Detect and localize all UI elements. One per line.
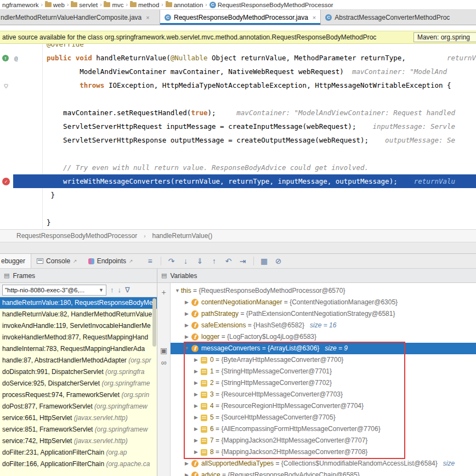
evaluate-expression-icon[interactable]: ▦ (257, 257, 271, 265)
breadcrumb-item[interactable]: method (130, 2, 159, 8)
chevron-down-icon[interactable]: ▼ (174, 285, 181, 297)
chevron-right-icon[interactable]: ▶ (192, 400, 200, 412)
editor-tab[interactable]: ndlerMethodReturnValueHandlerComposite.j… (0, 10, 160, 25)
frames-list[interactable]: handleReturnValue:180, RequestResponseBo… (0, 297, 157, 476)
variable-row[interactable]: ▶fpathStrategy = {PathExtensionContentNe… (171, 308, 476, 320)
frames-scrollbar[interactable] (152, 298, 156, 347)
duplicate-icon[interactable]: ▣ (158, 344, 170, 356)
code-line[interactable] (0, 92, 476, 106)
frame-row[interactable]: doPost:877, FrameworkServlet (org.spring… (0, 401, 157, 412)
frame-row[interactable]: handle:87, AbstractHandlerMethodAdapter … (0, 355, 157, 366)
variables-panel[interactable]: ▼this = {RequestResponseBodyMethodProces… (171, 283, 476, 476)
chevron-right-icon[interactable]: ▶ (192, 412, 200, 423)
frame-row[interactable]: doDispatch:991, DispatcherServlet (org.s… (0, 366, 157, 378)
code-line[interactable]: ServletServerHttpRequest inputMessage = … (0, 120, 476, 133)
step-out-icon[interactable]: ↑ (207, 257, 222, 265)
code-line[interactable]: ModelAndViewContainer mavContainer, Nati… (0, 65, 476, 78)
variable-row[interactable]: ▶2 = {StringHttpMessageConverter@7702} (171, 377, 476, 389)
code-editor[interactable]: ative source available for the class org… (0, 25, 476, 229)
evaluate-watch-icon[interactable]: ∞ (158, 356, 170, 369)
frame-row[interactable]: service:742, HttpServlet (javax.servlet.… (0, 435, 157, 447)
breadcrumb-item[interactable]: ngframework (2, 2, 38, 8)
debug-tab-ebugger[interactable]: ebugger (0, 254, 31, 268)
code-line[interactable]: ServletServerHttpResponse outputMessage … (0, 133, 476, 147)
code-line[interactable]: // Try even with null return value. Resp… (0, 161, 476, 174)
chevron-right-icon[interactable]: ▶ (192, 389, 200, 400)
debug-tab-endpoints[interactable]: Endpoints↗ (83, 254, 139, 268)
code-line[interactable]: ▼ throws IOException, HttpMediaTypeNotAc… (0, 78, 476, 92)
code-line[interactable]: mavContainer.setRequestHandled(true); ma… (0, 106, 476, 120)
variable-row[interactable]: ▶fcontentNegotiationManager = {ContentNe… (171, 297, 476, 308)
breadcrumb-item[interactable]: annotation (166, 2, 203, 8)
variable-row[interactable]: ▶0 = {ByteArrayHttpMessageConverter@7700… (171, 354, 476, 366)
frame-row[interactable]: processRequest:974, FrameworkServlet (or… (0, 389, 157, 401)
chevron-right-icon[interactable]: ▶ (192, 435, 200, 446)
code-line[interactable]: } (0, 216, 476, 229)
frame-row[interactable]: doFilter:166, ApplicationFilterChain (or… (0, 458, 157, 470)
close-icon[interactable]: × (146, 14, 149, 21)
code-line[interactable] (0, 147, 476, 161)
filter-frames-icon[interactable]: ∇ (125, 286, 130, 294)
code-line[interactable]: ✓ writeWithMessageConverters(returnValue… (0, 174, 476, 188)
debug-tab-console[interactable]: Console↗ (31, 254, 83, 268)
variable-row[interactable]: ▶3 = {ResourceHttpMessageConverter@7703} (171, 389, 476, 400)
frame-row[interactable]: doFilter:231, ApplicationFilterChain (or… (0, 447, 157, 458)
frame-row[interactable]: handleReturnValue:82, HandlerMethodRetur… (0, 309, 157, 320)
variable-row[interactable]: ▶flogger = {LogFactory$Log4jLog@6583} (171, 331, 476, 343)
variable-row[interactable]: ▶8 = {MappingJackson2HttpMessageConverte… (171, 446, 476, 458)
chevron-right-icon[interactable]: ▶ (183, 320, 190, 331)
step-over-icon[interactable]: ↷ (165, 257, 179, 265)
editor-tab[interactable]: CRequestResponseBodyMethodProcessor.java… (160, 10, 321, 25)
breadcrumb-method[interactable]: handleReturnValue() (152, 232, 212, 240)
code-line[interactable]: } (0, 188, 476, 202)
breadcrumb-class[interactable]: RequestResponseBodyMethodProcessor (16, 232, 137, 240)
variable-row[interactable]: ▶fadvice = {RequestResponseBodyAdviceCha… (171, 469, 476, 476)
chevron-right-icon[interactable]: ▶ (192, 377, 200, 389)
thread-selector[interactable]: "http-nio-8080-exec-3"@6,... ▼ (2, 285, 106, 296)
chevron-right-icon[interactable]: ▶ (192, 446, 200, 458)
chevron-right-icon[interactable]: ▶ (183, 331, 190, 343)
step-into-icon[interactable]: ↓ (179, 257, 193, 265)
frame-row[interactable]: invokeHandlerMethod:877, RequestMappingH… (0, 332, 157, 343)
breadcrumb-item[interactable]: mvc (104, 2, 123, 8)
frame-row[interactable]: service:851, FrameworkServlet (org.sprin… (0, 424, 157, 435)
code-line[interactable] (0, 202, 476, 216)
next-frame-icon[interactable]: ↓ (118, 286, 122, 294)
frame-row[interactable]: service:661, HttpServlet (javax.servlet.… (0, 412, 157, 424)
previous-frame-icon[interactable]: ↑ (110, 286, 114, 294)
close-icon[interactable]: × (313, 14, 316, 21)
chevron-right-icon[interactable]: ▶ (183, 297, 190, 308)
editor-tab[interactable]: CAbstractMessageConverterMethodProc (321, 10, 476, 25)
variable-row[interactable]: ▼fmessageConverters = {ArrayList@6306}si… (171, 343, 476, 354)
chevron-right-icon[interactable]: ▶ (183, 458, 190, 469)
variable-row[interactable]: ▼this = {RequestResponseBodyMethodProces… (171, 285, 476, 297)
frame-row[interactable]: handleInternal:783, RequestMappingHandle… (0, 343, 157, 355)
variable-row[interactable]: ▶7 = {MappingJackson2HttpMessageConverte… (171, 435, 476, 446)
variable-row[interactable]: ▶fsafeExtensions = {HashSet@6582}size = … (171, 320, 476, 331)
variable-row[interactable]: ▶5 = {SourceHttpMessageConverter@7705} (171, 412, 476, 423)
breadcrumb-item[interactable]: servlet (71, 2, 98, 8)
force-step-into-icon[interactable]: ⇓ (193, 257, 207, 265)
variable-row[interactable]: ▶1 = {StringHttpMessageConverter@7701} (171, 366, 476, 377)
frame-row[interactable]: handleReturnValue:180, RequestResponseBo… (0, 297, 157, 309)
chevron-right-icon[interactable]: ▶ (183, 469, 190, 476)
variable-row[interactable]: ▶6 = {AllEncompassingFormHttpMessageConv… (171, 423, 476, 435)
breadcrumb-item[interactable]: CRequestResponseBodyMethodProcessor (209, 2, 333, 8)
maven-source-selector[interactable]: Maven: org.spring (413, 32, 476, 42)
restore-layout-icon[interactable]: ≡ (143, 257, 157, 265)
breadcrumb-item[interactable]: web (45, 2, 65, 8)
drop-frame-icon[interactable]: ↶ (222, 257, 236, 265)
frame-row[interactable]: doService:925, DispatcherServlet (org.sp… (0, 378, 157, 389)
code-line[interactable]: @Override (0, 44, 476, 51)
code-line[interactable]: ↑@public void handleReturnValue(@Nullabl… (0, 51, 476, 65)
chevron-right-icon[interactable]: ▶ (192, 366, 200, 377)
add-watch-icon[interactable]: + (158, 286, 170, 298)
chevron-right-icon[interactable]: ▶ (192, 423, 200, 435)
frame-row[interactable]: invokeAndHandle:119, ServletInvocableHan… (0, 320, 157, 332)
mute-breakpoints-icon[interactable]: ⊘ (271, 257, 286, 265)
chevron-right-icon[interactable]: ▶ (183, 308, 190, 320)
variable-row[interactable]: ▶4 = {ResourceRegionHttpMessageConverter… (171, 400, 476, 412)
breakpoint-icon[interactable]: ✓ (2, 178, 10, 185)
override-gutter-icon[interactable]: ↑ (2, 55, 9, 61)
run-to-cursor-icon[interactable]: ⇥ (236, 257, 250, 265)
